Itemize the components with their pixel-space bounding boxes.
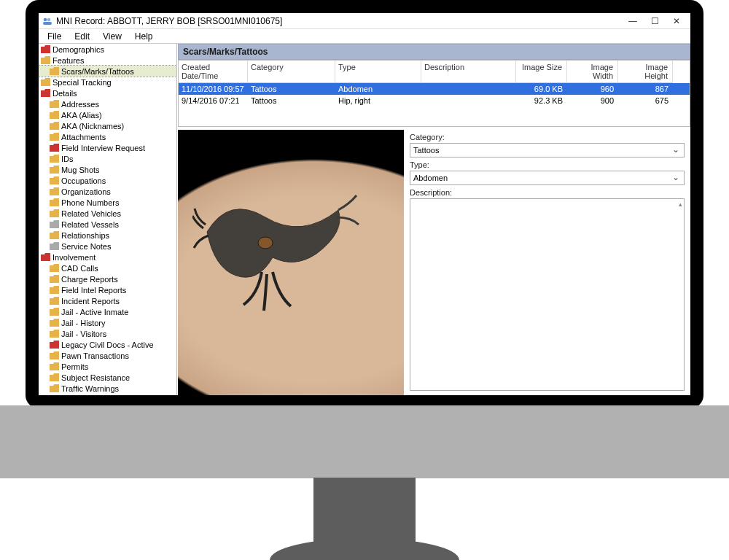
col-category[interactable]: Category <box>248 61 335 83</box>
sidebar-item-label: Service Notes <box>61 242 111 251</box>
type-value: Abdomen <box>413 174 448 182</box>
grid-header: Created Date/Time Category Type Descript… <box>179 61 690 83</box>
sidebar-item-involvement[interactable]: Involvement <box>39 252 176 262</box>
sidebar-item-related-vehicles[interactable]: Related Vehicles <box>39 208 176 219</box>
folder-icon <box>40 88 50 98</box>
sidebar-item-label: Permits <box>61 362 88 371</box>
svg-point-3 <box>258 237 273 249</box>
panel-title: Scars/Marks/Tattoos <box>178 44 690 60</box>
col-created[interactable]: Created Date/Time <box>179 61 248 83</box>
sidebar-item-label: Field Intel Reports <box>61 286 126 295</box>
menubar: File Edit View Help <box>39 29 690 44</box>
sidebar-item-field-intel-reports[interactable]: Field Intel Reports <box>39 284 176 295</box>
sidebar-item-incident-reports[interactable]: Incident Reports <box>39 295 176 306</box>
table-row[interactable]: 11/10/2016 09:57TattoosAbdomen69.0 KB960… <box>179 83 690 95</box>
sidebar-item-label: Incident Reports <box>61 297 120 306</box>
maximize-button[interactable]: ☐ <box>644 14 666 28</box>
sidebar-item-permits[interactable]: Permits <box>39 361 176 372</box>
sidebar-item-label: Traffic Warnings <box>61 384 119 393</box>
scroll-up-icon[interactable]: ▴ <box>679 201 682 208</box>
sidebar-item-label: Related Vessels <box>61 220 119 229</box>
menu-help[interactable]: Help <box>129 30 159 43</box>
folder-icon <box>49 340 59 350</box>
sidebar-item-label: Features <box>52 56 84 65</box>
sidebar-item-phone-numbers[interactable]: Phone Numbers <box>39 197 176 208</box>
col-type[interactable]: Type <box>335 61 421 83</box>
sidebar-item-label: Occupations <box>61 176 106 185</box>
folder-icon <box>49 154 59 164</box>
description-label: Description: <box>410 188 685 197</box>
col-width[interactable]: Image Width <box>567 61 618 83</box>
minimize-button[interactable]: — <box>622 14 644 28</box>
col-size[interactable]: Image Size <box>516 61 567 83</box>
sidebar-item-cad-calls[interactable]: CAD Calls <box>39 262 176 273</box>
sidebar-item-label: Demographics <box>52 45 104 54</box>
sidebar-item-subject-resistance[interactable]: Subject Resistance <box>39 372 176 383</box>
cell-created: 11/10/2016 09:57 <box>179 83 248 95</box>
sidebar-item-label: Legacy Civil Docs - Active <box>61 341 154 349</box>
table-row[interactable]: 9/14/2016 07:21TattoosHip, right92.3 KB9… <box>179 95 690 106</box>
sidebar-item-label: Addresses <box>61 100 99 109</box>
sidebar-item-relationships[interactable]: Relationships <box>39 230 176 241</box>
sidebar-item-label: Attachments <box>61 133 106 141</box>
sidebar-item-mug-shots[interactable]: Mug Shots <box>39 164 176 175</box>
image-preview[interactable] <box>178 130 404 395</box>
sidebar-item-field-interview-request[interactable]: Field Interview Request <box>39 142 176 153</box>
close-button[interactable]: ✕ <box>666 14 687 28</box>
menu-edit[interactable]: Edit <box>69 30 95 43</box>
sidebar-item-scars-marks-tattoos[interactable]: Scars/Marks/Tattoos <box>39 66 176 77</box>
sidebar-item-features[interactable]: Features <box>39 55 176 66</box>
sidebar-item-aka-alias-[interactable]: AKA (Alias) <box>39 109 176 120</box>
sidebar-item-traffic-warnings[interactable]: Traffic Warnings <box>39 383 176 394</box>
folder-icon <box>49 351 59 361</box>
sidebar-item-demographics[interactable]: Demographics <box>39 44 176 55</box>
sidebar-item-label: Subject Resistance <box>61 373 130 382</box>
sidebar-item-pawn-transactions[interactable]: Pawn Transactions <box>39 350 176 361</box>
sidebar-item-occupations[interactable]: Occupations <box>39 175 176 186</box>
cell-type: Abdomen <box>335 83 421 95</box>
type-combo[interactable]: Abdomen <box>410 171 685 185</box>
category-combo[interactable]: Tattoos <box>410 143 685 158</box>
sidebar-item-details[interactable]: Details <box>39 88 176 98</box>
svg-rect-2 <box>43 22 52 25</box>
sidebar-item-jail-active-inmate[interactable]: Jail - Active Inmate <box>39 306 176 317</box>
folder-icon <box>49 296 59 306</box>
people-icon <box>42 15 53 27</box>
sidebar-item-special-tracking[interactable]: Special Tracking <box>39 77 176 88</box>
folder-icon <box>49 318 59 328</box>
records-grid[interactable]: Created Date/Time Category Type Descript… <box>178 60 690 127</box>
folder-icon <box>49 165 59 175</box>
folder-icon <box>49 362 59 372</box>
sidebar-item-addresses[interactable]: Addresses <box>39 98 176 109</box>
description-textarea[interactable]: ▴ <box>410 198 685 391</box>
cell-height: 867 <box>618 83 673 95</box>
sidebar-item-attachments[interactable]: Attachments <box>39 131 176 142</box>
sidebar-item-label: Details <box>52 89 77 98</box>
cell-created: 9/14/2016 07:21 <box>179 95 248 106</box>
sidebar-item-jail-visitors[interactable]: Jail - Visitors <box>39 328 176 339</box>
menu-view[interactable]: View <box>97 30 128 43</box>
sidebar-item-legacy-civil-docs-active[interactable]: Legacy Civil Docs - Active <box>39 339 176 350</box>
sidebar-item-aka-nicknames-[interactable]: AKA (Nicknames) <box>39 120 176 131</box>
sidebar-item-label: IDs <box>61 155 74 163</box>
sidebar-item-jail-history[interactable]: Jail - History <box>39 317 176 328</box>
cell-category: Tattoos <box>248 95 335 106</box>
folder-icon <box>40 55 50 66</box>
folder-icon <box>49 187 59 197</box>
menu-file[interactable]: File <box>42 30 67 43</box>
col-height[interactable]: Image Height <box>618 61 673 83</box>
sidebar-item-related-vessels[interactable]: Related Vessels <box>39 219 176 230</box>
sidebar-tree[interactable]: DemographicsFeaturesScars/Marks/TattoosS… <box>39 44 177 395</box>
svg-point-1 <box>47 18 51 21</box>
sidebar-item-charge-reports[interactable]: Charge Reports <box>39 273 176 284</box>
folder-icon <box>49 241 59 252</box>
sidebar-item-ids[interactable]: IDs <box>39 153 176 164</box>
sidebar-item-label: Involvement <box>52 253 95 262</box>
col-description[interactable]: Description <box>421 61 516 83</box>
sidebar-item-label: Jail - History <box>61 319 106 327</box>
folder-icon <box>49 143 59 153</box>
sidebar-item-organizations[interactable]: Organizations <box>39 186 176 197</box>
category-value: Tattoos <box>413 146 439 155</box>
folder-icon <box>40 77 50 88</box>
sidebar-item-service-notes[interactable]: Service Notes <box>39 241 176 252</box>
